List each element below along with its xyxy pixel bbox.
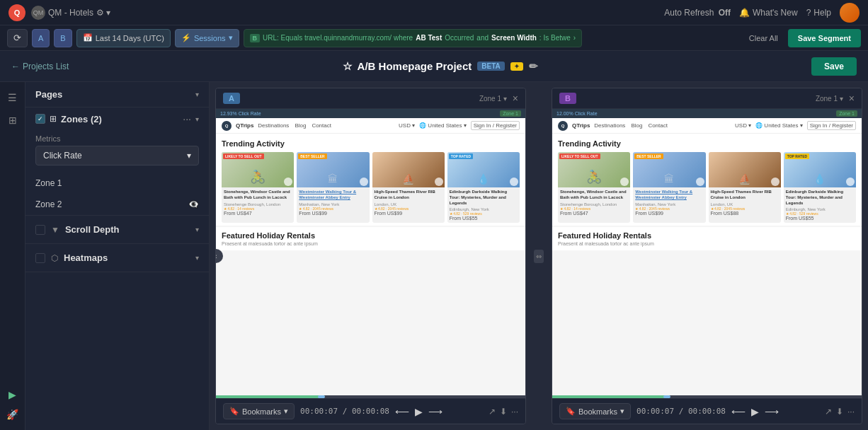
card-image: BEST SELLER ♡ 🏛: [297, 152, 369, 187]
card-badge: LIKELY TO SELL OUT: [223, 153, 264, 159]
time-display-a: 00:00:07 / 00:00:08: [300, 407, 389, 416]
scroll-depth-section: ▼ Scroll Depth ▾: [25, 216, 209, 244]
featured-section: Featured Holiday Rentals Praesent at mal…: [216, 227, 525, 250]
variant-a-badge: A: [223, 93, 240, 104]
cards-grid: LIKELY TO SELL OUT ♡ 🚴 Stonehenge, Winds…: [222, 152, 520, 223]
bell-icon: 🔔: [739, 8, 750, 18]
more-options-button-a[interactable]: ···: [511, 407, 518, 417]
card-item-b: LIKELY TO SELL OUT ♡ 🚴 Stonehenge, Winds…: [558, 152, 630, 223]
featured-subtitle: Praesent at malesuada tortor ac ante ips…: [222, 241, 520, 246]
heatmaps-checkbox[interactable]: [35, 253, 45, 263]
pages-header[interactable]: Pages ▾: [25, 82, 209, 107]
card-image: ♡ ⛵: [372, 152, 445, 187]
date-filter-btn[interactable]: 📅 Last 14 Days (UTC): [76, 29, 171, 47]
download-button-b[interactable]: ⬇: [836, 407, 843, 417]
card-item-b4: TOP RATED ♡ 💧 Edinburgh Darkside Walking…: [784, 152, 856, 223]
card-price: From US$55: [450, 216, 518, 221]
preview-b-top-bar: 12.00% Click Rate Zone 1: [552, 109, 862, 118]
project-header: ← Projects List ☆ A/B Homepage Project B…: [0, 51, 868, 82]
card-img-deco: 💧: [477, 173, 489, 185]
share-button-a[interactable]: ↗: [489, 407, 496, 417]
save-button[interactable]: Save: [811, 57, 857, 76]
play-icon-button[interactable]: ▶: [3, 385, 23, 405]
refresh-button[interactable]: ⟳: [7, 29, 28, 47]
rewind-button-a[interactable]: ⟵: [395, 406, 409, 417]
zone-indicator: Zone 1 ▾: [479, 95, 507, 103]
edit-icon[interactable]: ✏: [529, 60, 538, 73]
bookmarks-button-a[interactable]: 🔖 Bookmarks ▾: [223, 403, 295, 419]
card-body: High-Speed Thames River RIB Cruise in Lo…: [372, 187, 445, 218]
card-image: LIKELY TO SELL OUT ♡ 🚴: [222, 152, 294, 187]
site-nav-links: Destinations Blog Contact: [258, 122, 331, 129]
heatmaps-collapse-icon: ▾: [195, 254, 199, 262]
card-body-b: Stonehenge, Windsor Castle and Bath with…: [558, 187, 630, 218]
card-price: From US$99: [299, 211, 367, 216]
zone-2-item[interactable]: Zone 2 👁‍🗨: [25, 194, 209, 215]
scroll-icon: ▼: [51, 225, 59, 235]
play-button-a[interactable]: ▶: [415, 406, 423, 417]
card-heart-icon: ♡: [435, 178, 443, 186]
pages-collapse-icon: ▾: [195, 91, 199, 98]
click-rate-top-label: 12.93% Click Rate: [220, 111, 261, 116]
hero-section: Trending Activity LIKELY TO SELL OUT ♡ 🚴: [216, 134, 525, 226]
panel-b-close-button[interactable]: ×: [849, 93, 855, 104]
pages-section: Pages ▾: [25, 82, 209, 108]
panel-divider[interactable]: ⇔: [532, 82, 546, 430]
variant-b-btn[interactable]: B: [54, 29, 72, 47]
site-name-b: QTrips: [572, 122, 590, 129]
more-options-button-b[interactable]: ···: [847, 407, 855, 417]
clear-all-button[interactable]: Clear All: [743, 32, 784, 45]
progress-bar-b[interactable]: [552, 395, 862, 398]
sessions-filter[interactable]: ⚡ Sessions ▾: [175, 29, 239, 47]
resize-handle: ⇔: [534, 250, 544, 263]
card-heart-icon-b: ♡: [620, 178, 629, 186]
panel-a-preview: 12.93% Click Rate Zone 1 Q QTrips Destin…: [216, 109, 525, 395]
metrics-dropdown[interactable]: Click Rate ▾: [35, 146, 199, 165]
progress-bar-a[interactable]: [216, 395, 525, 398]
play-button-b[interactable]: ▶: [751, 406, 759, 417]
card-title: Stonehenge, Windsor Castle and Bath with…: [224, 190, 292, 201]
card-badge-b4: TOP RATED: [785, 153, 809, 159]
top-navigation: Q QM QM - Hotels ⚙ ▾ Auto Refresh Off 🔔 …: [0, 0, 868, 25]
project-title: A/B Homepage Project: [358, 60, 472, 72]
bookmarks-button-b[interactable]: 🔖 Bookmarks ▾: [559, 403, 631, 419]
download-button-a[interactable]: ⬇: [500, 407, 507, 417]
scroll-depth-header[interactable]: ▼ Scroll Depth ▾: [25, 216, 209, 243]
whats-new-btn[interactable]: 🔔 What's New: [739, 8, 798, 18]
zone-1-item[interactable]: Zone 1: [25, 173, 209, 194]
panel-a-close-button[interactable]: ×: [513, 93, 518, 104]
hamburger-menu-button[interactable]: ☰: [3, 88, 23, 108]
left-icon-bar: ☰ ⊞ ▶ 🚀: [0, 82, 25, 430]
share-button-b[interactable]: ↗: [825, 407, 832, 417]
card-body: Stonehenge, Windsor Castle and Bath with…: [222, 187, 294, 218]
save-segment-button[interactable]: Save Segment: [788, 29, 861, 47]
preview-top-bar: 12.93% Click Rate Zone 1: [216, 109, 525, 118]
back-to-projects[interactable]: ← Projects List: [11, 62, 69, 71]
heatmaps-header[interactable]: ⬡ Heatmaps ▾: [25, 244, 209, 272]
rewind-button-b[interactable]: ⟵: [731, 406, 746, 417]
scroll-depth-checkbox[interactable]: [35, 225, 45, 235]
scroll-depth-title: Scroll Depth: [65, 224, 120, 235]
progress-fill-b: [552, 395, 670, 398]
card-item: ♡ ⛵ High-Speed Thames River RIB Cruise i…: [372, 152, 445, 223]
zones-header[interactable]: ⊞ Zones (2) ··· ▾: [25, 108, 209, 130]
grid-icon-button[interactable]: ⊞: [3, 110, 23, 130]
workspace-selector[interactable]: QM QM - Hotels ⚙ ▾: [31, 6, 110, 20]
url-filter[interactable]: B URL: Equals travel.quinnandmurray.com/…: [244, 29, 583, 47]
zones-more-icon[interactable]: ···: [183, 113, 191, 124]
rocket-icon-button[interactable]: 🚀: [3, 405, 23, 424]
forward-button-b[interactable]: ⟶: [765, 406, 779, 417]
footer-actions-a: ↗ ⬇ ···: [489, 407, 518, 417]
zones-checkbox[interactable]: [35, 114, 45, 124]
question-icon: ?: [806, 8, 811, 18]
card-item: LIKELY TO SELL OUT ♡ 🚴 Stonehenge, Winds…: [222, 152, 294, 223]
project-title-section: ☆ A/B Homepage Project BETA ✦ ✏: [343, 60, 538, 73]
variant-a-btn[interactable]: A: [32, 29, 50, 47]
card-price: From US$47: [224, 211, 292, 216]
help-btn[interactable]: ? Help: [806, 8, 831, 18]
zones-section: ⊞ Zones (2) ··· ▾ Metrics Click Rate ▾ Z…: [25, 108, 209, 216]
forward-button-a[interactable]: ⟶: [428, 406, 442, 417]
card-title: Westminster Walking Tour & Westminster A…: [299, 190, 367, 201]
card-heart-icon: ♡: [284, 178, 292, 186]
user-avatar[interactable]: [840, 3, 860, 23]
